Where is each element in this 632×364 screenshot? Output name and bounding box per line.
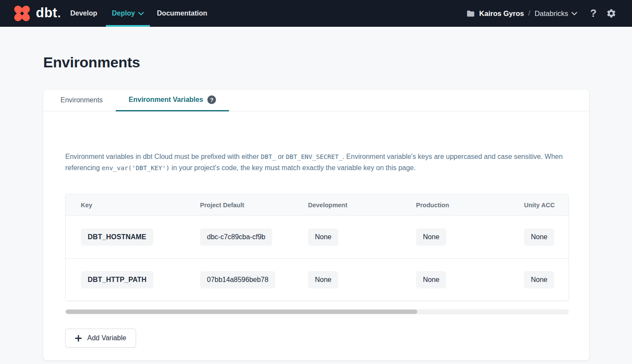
project-name: Databricks: [534, 9, 568, 18]
account-project-switcher[interactable]: Kairos Gyros / Databricks: [466, 9, 577, 18]
cell-project-default: dbc-c7c89cba-cf9b: [200, 228, 308, 246]
horizontal-scrollbar-track[interactable]: [65, 309, 569, 314]
nav-item-documentation-label: Documentation: [157, 9, 207, 17]
tab-environment-variables-label: Environment Variables: [129, 96, 203, 104]
chevron-down-icon: [572, 12, 577, 16]
nav-item-documentation[interactable]: Documentation: [157, 0, 207, 27]
development-value-chip[interactable]: None: [308, 228, 338, 246]
description-part: in your project's code, the key must mat…: [170, 164, 416, 171]
nav-item-deploy-label: Deploy: [112, 9, 135, 17]
tab-environments-label: Environments: [60, 96, 103, 104]
tab-panel-environment-variables: Environment variables in dbt Cloud must …: [43, 111, 589, 361]
folder-icon: [466, 9, 475, 18]
column-header-development: Development: [308, 202, 416, 209]
dbt-logo-text: dbt: [36, 6, 57, 19]
column-header-unity-acc: Unity ACC: [524, 202, 568, 209]
unity-acc-value-chip[interactable]: None: [524, 228, 554, 246]
cell-unity-acc: None: [524, 228, 568, 246]
table-row: DBT_HOSTNAME dbc-c7c89cba-cf9b None None…: [66, 216, 568, 258]
column-header-key: Key: [81, 202, 200, 209]
cell-key: DBT_HTTP_PATH: [81, 271, 200, 288]
dbt-logo-icon: [12, 3, 32, 23]
nav-active-underline: [106, 25, 150, 27]
dbt-logo[interactable]: dbt: [12, 3, 60, 23]
code-env-var-example: env_var('DBT_KEY'): [102, 165, 170, 171]
cell-production: None: [416, 228, 524, 246]
cell-production: None: [416, 271, 524, 288]
description-part: Environment variables in dbt Cloud must …: [65, 153, 261, 160]
nav-item-develop[interactable]: Develop: [70, 0, 97, 27]
cell-key: DBT_HOSTNAME: [81, 228, 200, 246]
nav-item-develop-label: Develop: [70, 9, 97, 17]
tab-strip: Environments Environment Variables ?: [43, 89, 589, 111]
table-row: DBT_HTTP_PATH 07bb14a8596beb78 None None…: [66, 258, 568, 301]
nav-item-deploy[interactable]: Deploy: [106, 0, 150, 27]
variable-key-chip[interactable]: DBT_HOSTNAME: [81, 228, 153, 246]
environments-card: Environments Environment Variables ? Env…: [43, 89, 589, 361]
production-value-chip[interactable]: None: [416, 271, 446, 288]
gear-icon[interactable]: [606, 8, 616, 19]
logo-trademark-dot: [58, 16, 60, 17]
help-icon[interactable]: ?: [590, 8, 597, 19]
add-variable-button[interactable]: Add Variable: [65, 329, 136, 348]
project-default-chip[interactable]: 07bb14a8596beb78: [200, 271, 275, 288]
page-title: Environments: [43, 54, 632, 70]
plus-icon: [75, 335, 82, 342]
breadcrumb-separator: /: [528, 9, 530, 17]
development-value-chip[interactable]: None: [308, 271, 338, 288]
chevron-down-icon: [138, 12, 144, 16]
code-dbt-prefix: DBT_: [261, 153, 276, 160]
column-header-project-default: Project Default: [200, 202, 308, 209]
account-name: Kairos Gyros: [479, 9, 524, 18]
variable-key-chip[interactable]: DBT_HTTP_PATH: [81, 271, 153, 288]
tab-environment-variables[interactable]: Environment Variables ?: [116, 89, 229, 111]
tab-environments[interactable]: Environments: [60, 89, 103, 111]
navbar-right: Kairos Gyros / Databricks ?: [466, 8, 616, 19]
production-value-chip[interactable]: None: [416, 228, 446, 246]
description-part: or: [276, 153, 286, 160]
cell-development: None: [308, 228, 416, 246]
tab-help-icon[interactable]: ?: [207, 95, 216, 104]
primary-nav: Develop Deploy Documentation: [70, 0, 207, 27]
cell-unity-acc: None: [524, 271, 568, 288]
table-header-row: Key Project Default Development Producti…: [66, 194, 568, 216]
unity-acc-value-chip[interactable]: None: [524, 271, 554, 288]
code-dbt-env-secret-prefix: DBT_ENV_SECRET_: [286, 153, 343, 160]
cell-development: None: [308, 271, 416, 288]
column-header-production: Production: [416, 202, 524, 209]
top-navbar: dbt Develop Deploy Documentation Kairos …: [0, 0, 632, 27]
cell-project-default: 07bb14a8596beb78: [200, 271, 308, 288]
add-variable-label: Add Variable: [87, 334, 126, 342]
horizontal-scrollbar-thumb[interactable]: [66, 310, 417, 314]
environment-variables-table: Key Project Default Development Producti…: [65, 194, 569, 301]
description-text: Environment variables in dbt Cloud must …: [65, 151, 569, 174]
project-default-chip[interactable]: dbc-c7c89cba-cf9b: [200, 228, 272, 246]
